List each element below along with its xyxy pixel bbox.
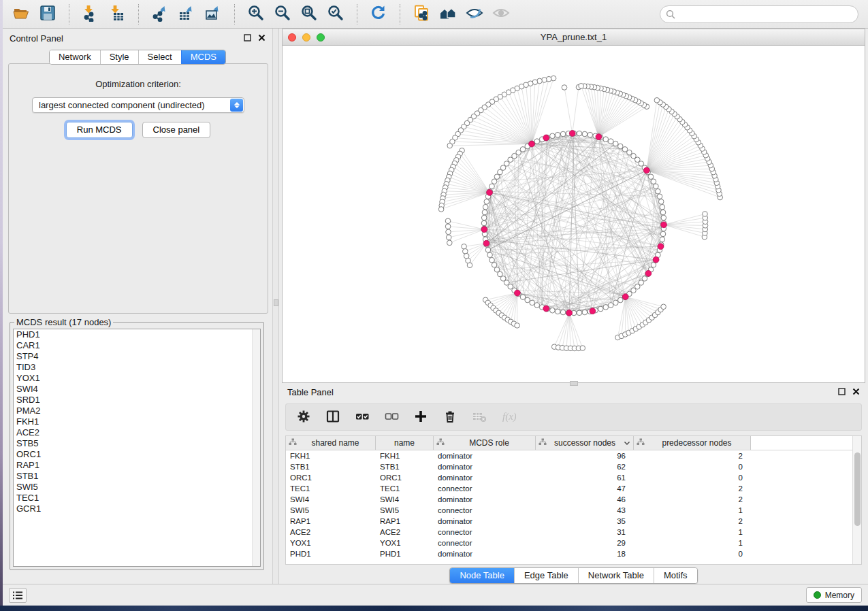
- ring-node[interactable]: [656, 188, 661, 194]
- table-row[interactable]: FKH1FKH1dominator962: [286, 450, 852, 461]
- leaf-node[interactable]: [445, 224, 451, 229]
- ring-node[interactable]: [482, 210, 487, 215]
- ring-node[interactable]: [622, 147, 628, 152]
- ring-node[interactable]: [560, 131, 566, 137]
- float-panel-icon[interactable]: [244, 33, 251, 44]
- horizontal-splitter-grip[interactable]: [570, 381, 578, 386]
- ring-node[interactable]: [657, 194, 662, 199]
- ring-node[interactable]: [651, 179, 656, 184]
- table-row[interactable]: YOX1YOX1connector291: [286, 538, 852, 548]
- ring-node[interactable]: [555, 309, 560, 314]
- leaf-node[interactable]: [445, 218, 451, 224]
- ring-node[interactable]: [530, 300, 535, 306]
- mcds-node[interactable]: [543, 306, 549, 312]
- leaf-node[interactable]: [446, 229, 451, 235]
- task-history-button[interactable]: [9, 588, 27, 603]
- tab-style[interactable]: Style: [100, 50, 138, 64]
- leaf-node[interactable]: [661, 304, 666, 310]
- ring-node[interactable]: [560, 310, 566, 315]
- ring-node[interactable]: [485, 248, 491, 253]
- mcds-node[interactable]: [658, 244, 664, 250]
- mcds-result-item[interactable]: RAP1: [14, 460, 260, 471]
- mcds-result-item[interactable]: STP4: [14, 351, 260, 362]
- mcds-node[interactable]: [543, 135, 549, 141]
- table-mode-gear-button[interactable]: [297, 410, 311, 425]
- table-row[interactable]: RAP1RAP1dominator352: [286, 516, 852, 527]
- mcds-node[interactable]: [515, 290, 521, 296]
- ring-node[interactable]: [550, 133, 556, 139]
- import-table-button[interactable]: [106, 3, 129, 26]
- mcds-node[interactable]: [661, 222, 667, 228]
- column-header-shared-name[interactable]: shared name: [286, 436, 376, 450]
- ring-node[interactable]: [608, 303, 613, 308]
- table-row[interactable]: TEC1TEC1connector472: [286, 483, 852, 494]
- export-table-button[interactable]: [175, 3, 198, 26]
- export-network-button[interactable]: [148, 3, 172, 26]
- search-input[interactable]: [660, 5, 858, 23]
- mcds-result-item[interactable]: SWI5: [14, 482, 260, 493]
- leaf-node[interactable]: [703, 212, 708, 217]
- mcds-result-item[interactable]: ORC1: [14, 449, 260, 460]
- ring-node[interactable]: [598, 306, 604, 312]
- ring-node[interactable]: [582, 131, 588, 137]
- splitter-grip[interactable]: [274, 299, 278, 306]
- ring-node[interactable]: [483, 204, 488, 210]
- ring-node[interactable]: [660, 237, 665, 242]
- ring-node[interactable]: [582, 310, 588, 315]
- ring-node[interactable]: [658, 199, 664, 205]
- ring-node[interactable]: [603, 137, 609, 142]
- mcds-result-item[interactable]: ACE2: [14, 427, 260, 438]
- ring-node[interactable]: [520, 295, 526, 300]
- mcds-node[interactable]: [487, 190, 493, 196]
- mcds-node[interactable]: [483, 240, 489, 246]
- ring-node[interactable]: [494, 174, 500, 180]
- ring-node[interactable]: [489, 184, 495, 189]
- mcds-node[interactable]: [590, 308, 596, 314]
- mcds-node[interactable]: [643, 167, 649, 174]
- save-session-button[interactable]: [36, 3, 59, 26]
- ring-node[interactable]: [588, 132, 593, 137]
- ring-node[interactable]: [654, 184, 659, 189]
- delete-column-button[interactable]: [443, 410, 457, 425]
- mcds-result-item[interactable]: SWI4: [14, 384, 260, 395]
- ring-node[interactable]: [492, 179, 497, 184]
- ring-node[interactable]: [618, 144, 624, 149]
- mcds-result-item[interactable]: GCR1: [14, 503, 260, 514]
- zoom-out-button[interactable]: [271, 3, 294, 26]
- leaf-node[interactable]: [579, 84, 584, 89]
- leaf-node[interactable]: [562, 85, 567, 90]
- leaf-node[interactable]: [438, 207, 444, 212]
- ring-node[interactable]: [525, 297, 530, 303]
- ring-node[interactable]: [660, 204, 665, 210]
- ring-node[interactable]: [648, 174, 654, 180]
- mcds-result-item[interactable]: CAR1: [14, 340, 260, 351]
- ring-node[interactable]: [577, 310, 582, 316]
- mcds-node[interactable]: [645, 270, 652, 276]
- ring-node[interactable]: [660, 231, 666, 237]
- mcds-result-list[interactable]: PHD1CAR1STP4TID3YOX1SWI4SRD1PMA2FKH1ACE2…: [13, 329, 261, 567]
- ring-node[interactable]: [651, 263, 656, 268]
- column-selector-button[interactable]: [326, 410, 340, 425]
- ring-node[interactable]: [577, 131, 582, 136]
- tab-network[interactable]: Network: [50, 50, 100, 64]
- close-panel-icon[interactable]: [258, 33, 266, 44]
- table-row[interactable]: PHD1PHD1dominator180: [286, 548, 852, 559]
- ring-node[interactable]: [608, 139, 613, 144]
- export-image-button[interactable]: [202, 3, 225, 26]
- first-neighbors-button[interactable]: [436, 3, 460, 26]
- ring-node[interactable]: [660, 210, 666, 215]
- leaf-node[interactable]: [515, 323, 520, 329]
- mcds-node[interactable]: [529, 141, 535, 147]
- result-list-scrollbar[interactable]: [252, 329, 260, 566]
- ring-node[interactable]: [661, 215, 666, 220]
- deselect-all-checkbox-button[interactable]: [385, 410, 399, 425]
- ring-node[interactable]: [534, 303, 540, 308]
- mcds-node[interactable]: [566, 310, 573, 316]
- leaf-node[interactable]: [546, 76, 551, 82]
- import-network-button[interactable]: [79, 3, 102, 26]
- table-scrollbar-thumb[interactable]: [854, 452, 861, 526]
- mcds-result-item[interactable]: YOX1: [14, 373, 260, 384]
- ring-node[interactable]: [481, 220, 487, 226]
- tab-edge-table[interactable]: Edge Table: [514, 568, 578, 583]
- memory-button[interactable]: Memory: [806, 587, 862, 603]
